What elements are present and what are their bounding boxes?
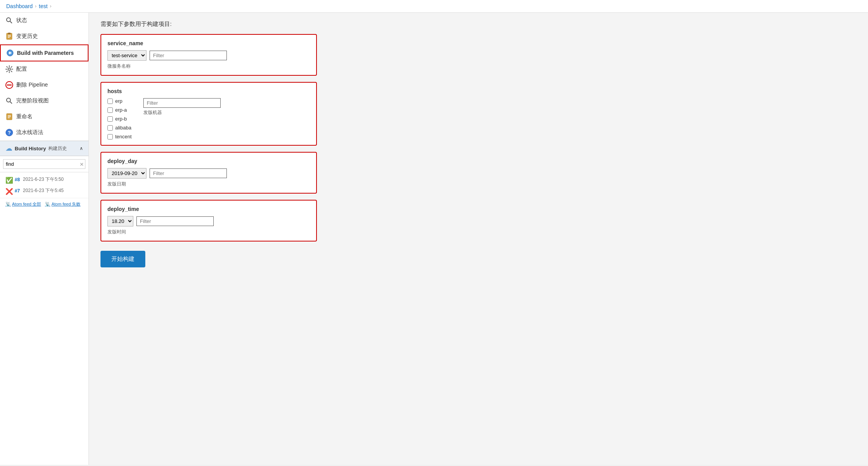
build-7-link[interactable]: #7 xyxy=(15,188,20,194)
build-8-num: #8 xyxy=(15,177,20,182)
delete-icon xyxy=(5,81,13,89)
sidebar-item-change-history[interactable]: 变更历史 xyxy=(0,29,89,44)
deploy-day-filter[interactable] xyxy=(150,168,227,178)
hosts-checkbox-tencent[interactable]: tencent xyxy=(107,134,132,139)
build-7-time: 2021-6-23 下午5:45 xyxy=(23,187,63,194)
param-hosts-label: hosts xyxy=(107,88,310,94)
hosts-filter[interactable] xyxy=(143,98,221,108)
build-list: ✅ #8 2021-6-23 下午5:50 ❌ #7 2021-6-23 下午5… xyxy=(0,172,89,198)
svg-line-15 xyxy=(10,102,12,104)
atom-feed-fail-label: Atom feed 失败 xyxy=(51,201,80,207)
hosts-checkbox-erp-b[interactable]: erp-b xyxy=(107,116,132,122)
view-icon xyxy=(5,97,13,105)
param-service-name-desc: 微服务名称 xyxy=(107,63,310,70)
breadcrumb: Dashboard › test › xyxy=(0,0,868,13)
search-icon xyxy=(5,17,13,24)
sidebar-item-config-label: 配置 xyxy=(16,66,27,73)
build-7-status-icon: ❌ xyxy=(5,188,12,194)
main-content: 需要如下参数用于构建项目: service_name test-service … xyxy=(89,13,868,465)
rss-fail-icon: 📡 xyxy=(45,202,50,207)
hosts-checkbox-alibaba[interactable]: alibaba xyxy=(107,125,132,131)
sidebar-item-full-stage-view-label: 完整阶段视图 xyxy=(16,97,49,104)
atom-feeds: 📡 Atom feed 全部 📡 Atom feed 失败 xyxy=(0,198,89,210)
rss-icon: 📡 xyxy=(5,202,11,207)
sidebar-item-rename[interactable]: 重命名 xyxy=(0,109,89,125)
hosts-check-alibaba[interactable] xyxy=(107,125,113,131)
hosts-check-tencent[interactable] xyxy=(107,134,113,139)
sidebar-item-pipeline-syntax[interactable]: ? 流水线语法 xyxy=(0,125,89,141)
sidebar-item-build-with-parameters-label: Build with Parameters xyxy=(17,50,74,56)
svg-text:?: ? xyxy=(8,130,11,136)
hosts-checkbox-erp[interactable]: erp xyxy=(107,98,132,104)
build-item-8: ✅ #8 2021-6-23 下午5:50 xyxy=(0,174,89,185)
build-history-subtitle: 构建历史 xyxy=(48,145,67,152)
param-deploy-day-desc: 发版日期 xyxy=(107,181,310,187)
param-deploy-day-label: deploy_day xyxy=(107,158,310,164)
hosts-check-erp-a[interactable] xyxy=(107,107,113,113)
atom-feed-fail-link[interactable]: 📡 Atom feed 失败 xyxy=(45,201,80,207)
sidebar-item-change-history-label: 变更历史 xyxy=(16,33,38,40)
main-title: 需要如下参数用于构建项目: xyxy=(100,20,856,28)
param-hosts-box: hosts erp erp-a erp-b alibaba xyxy=(100,82,317,146)
deploy-time-filter[interactable] xyxy=(136,216,214,226)
sidebar-item-delete-pipeline-label: 删除 Pipeline xyxy=(16,82,48,88)
start-build-button[interactable]: 开始构建 xyxy=(100,251,145,267)
param-deploy-time-row: 18.20 18.30 18.40 xyxy=(107,216,310,226)
build-history-collapse[interactable]: ∧ xyxy=(80,146,83,151)
param-service-name-box: service_name test-service service-a serv… xyxy=(100,34,317,76)
build-item-7: ❌ #7 2021-6-23 下午5:45 xyxy=(0,185,89,196)
sidebar-item-config[interactable]: 配置 xyxy=(0,61,89,77)
cloud-icon: ☁ xyxy=(5,144,12,153)
param-deploy-time-box: deploy_time 18.20 18.30 18.40 发版时间 xyxy=(100,200,317,242)
breadcrumb-dashboard[interactable]: Dashboard xyxy=(6,3,33,9)
deploy-time-select[interactable]: 18.20 18.30 18.40 xyxy=(107,216,133,226)
build-8-link[interactable]: #8 xyxy=(15,177,20,182)
notepad-icon xyxy=(5,32,13,40)
sidebar-item-build-with-parameters[interactable]: Build with Parameters xyxy=(0,44,89,61)
deploy-day-select[interactable]: 2019-09-20 2019-09-21 2019-09-22 xyxy=(107,168,146,179)
hosts-desc: 发版机器 xyxy=(143,109,221,116)
sidebar: 状态 变更历史 Build with Parameters xyxy=(0,13,89,465)
build-8-time: 2021-6-23 下午5:50 xyxy=(23,176,63,183)
svg-rect-6 xyxy=(8,33,10,34)
sidebar-item-status-label: 状态 xyxy=(16,17,27,24)
build-history-left: ☁ Build History 构建历史 xyxy=(5,144,67,153)
hosts-filter-col: 发版机器 xyxy=(143,98,221,116)
hosts-check-erp-b[interactable] xyxy=(107,116,113,122)
build-history-title: Build History xyxy=(15,146,46,151)
service-name-select[interactable]: test-service service-a service-b xyxy=(107,50,146,61)
build-search-clear[interactable]: ✕ xyxy=(80,161,84,167)
hosts-checkbox-erp-a[interactable]: erp-a xyxy=(107,107,132,113)
param-deploy-time-label: deploy_time xyxy=(107,206,310,212)
sidebar-item-full-stage-view[interactable]: 完整阶段视图 xyxy=(0,93,89,109)
param-service-name-label: service_name xyxy=(107,40,310,46)
svg-line-1 xyxy=(10,21,12,23)
build-history-header: ☁ Build History 构建历史 ∧ xyxy=(0,141,89,156)
hosts-check-erp[interactable] xyxy=(107,99,113,104)
svg-point-0 xyxy=(7,18,10,22)
svg-point-14 xyxy=(7,98,10,102)
atom-feed-all-label: Atom feed 全部 xyxy=(12,201,41,207)
build-search-container: ✕ xyxy=(0,156,89,172)
gear-icon xyxy=(5,65,13,73)
build-search-input[interactable] xyxy=(3,159,85,169)
breadcrumb-sep2: › xyxy=(50,3,51,9)
atom-feed-all-link[interactable]: 📡 Atom feed 全部 xyxy=(5,201,41,207)
sidebar-item-delete-pipeline[interactable]: 删除 Pipeline xyxy=(0,77,89,93)
breadcrumb-sep1: › xyxy=(35,3,37,9)
sidebar-item-rename-label: 重命名 xyxy=(16,113,32,120)
param-deploy-day-box: deploy_day 2019-09-20 2019-09-21 2019-09… xyxy=(100,152,317,194)
param-deploy-time-desc: 发版时间 xyxy=(107,229,310,235)
build-8-status-icon: ✅ xyxy=(5,177,12,183)
main-layout: 状态 变更历史 Build with Parameters xyxy=(0,13,868,465)
build-icon xyxy=(6,49,14,57)
sidebar-item-status[interactable]: 状态 xyxy=(0,13,89,29)
service-name-filter[interactable] xyxy=(150,51,227,60)
param-service-name-row: test-service service-a service-b xyxy=(107,50,310,61)
build-search-wrapper: ✕ xyxy=(3,159,85,169)
help-icon: ? xyxy=(5,129,13,136)
breadcrumb-test[interactable]: test xyxy=(39,3,48,9)
build-7-num: #7 xyxy=(15,188,20,194)
svg-point-11 xyxy=(8,68,10,70)
sidebar-item-pipeline-syntax-label: 流水线语法 xyxy=(16,129,43,136)
